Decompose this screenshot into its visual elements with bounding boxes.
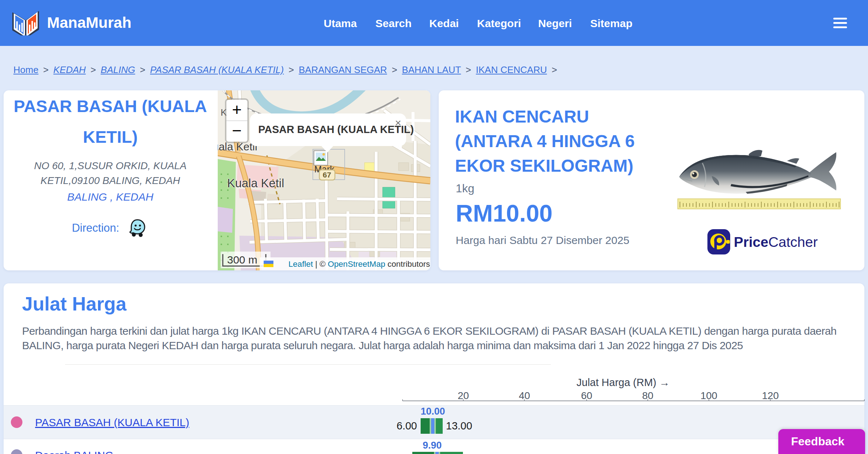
svg-text:Kuala Ketil: Kuala Ketil [227,176,284,190]
svg-text:PASAR BASAH (KUALA KETIL): PASAR BASAH (KUALA KETIL) [258,124,414,135]
svg-text:60: 60 [581,390,592,401]
svg-text:−: − [232,121,242,140]
svg-text:300 m: 300 m [227,254,257,266]
svg-text:×: × [395,117,401,129]
svg-text:Leaflet | © OpenStreetMap cont: Leaflet | © OpenStreetMap contributors [289,260,430,269]
svg-text:40: 40 [519,390,530,401]
svg-text:67: 67 [323,171,331,179]
svg-text:+: + [232,100,242,119]
svg-text:100: 100 [701,390,718,401]
svg-text:120: 120 [762,390,779,401]
svg-text:20: 20 [458,390,469,401]
svg-text:80: 80 [642,390,653,401]
